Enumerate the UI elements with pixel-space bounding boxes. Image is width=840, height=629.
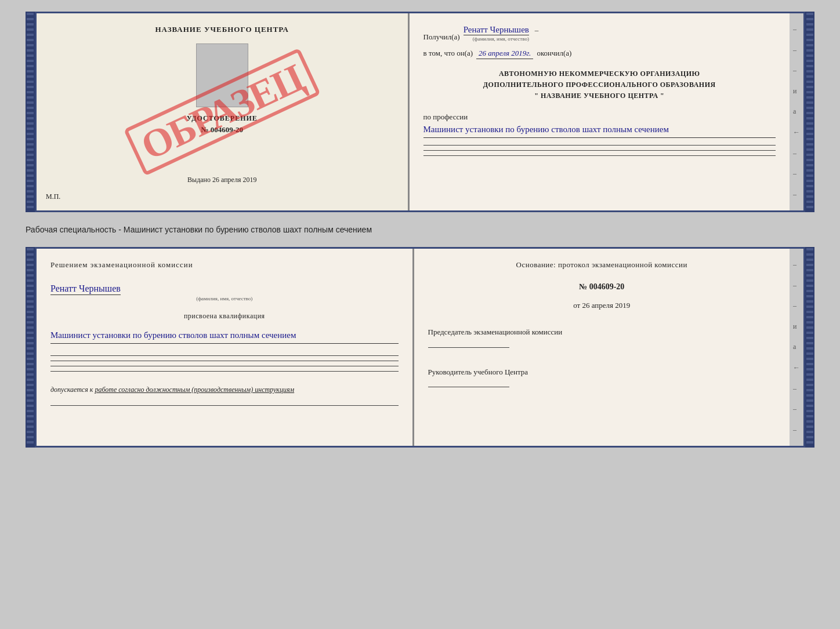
kvali-block: Машинист установки по бурению стволов ша… [50,328,399,344]
top-document-wrapper: НАЗВАНИЕ УЧЕБНОГО ЦЕНТРА УДОСТОВЕРЕНИЕ №… [26,12,814,212]
right-spine-top [805,12,814,212]
protocol-date: от 26 апреля 2019 [428,301,776,310]
mp-label: М.П. [46,192,60,201]
org-line1: АВТОНОМНУЮ НЕКОММЕРЧЕСКУЮ ОРГАНИЗАЦИЮ [423,68,776,79]
fio-value-top: Ренатт Чернышев [464,25,529,35]
vtom-row: в том, что он(а) 26 апреля 2019г. окончи… [423,49,776,59]
bl-hr-4 [50,371,399,372]
vtom-date: 26 апреля 2019г. [476,49,533,59]
cert-number-top: № 004609-20 [201,125,243,134]
right-margin-top: – – – и а ← – – – [790,13,803,210]
rukv-sign-line [428,387,509,387]
left-spine-bottom [26,247,35,448]
fio-block-bottom: Ренатт Чернышев (фамилия, имя, отчество) [50,283,399,301]
prof-block: по профессии Машинист установки по бурен… [423,111,776,138]
org-line2: ДОПОЛНИТЕЛЬНОГО ПРОФЕССИОНАЛЬНОГО ОБРАЗО… [423,79,776,90]
hr-line-2 [423,150,776,151]
vydano-line: Выдано 26 апреля 2019 [187,176,256,184]
protocol-number: № 004609-20 [428,282,776,292]
fio-hint-bottom: (фамилия, имя, отчество) [50,296,399,301]
hr-line-1 [423,145,776,146]
signature-lines-top [423,145,776,156]
rukv-label: Руководитель учебного Центра [428,366,776,378]
bl-hr-3 [50,366,399,366]
org-line3: " НАЗВАНИЕ УЧЕБНОГО ЦЕНТРА " [423,90,776,101]
top-document: НАЗВАНИЕ УЧЕБНОГО ЦЕНТРА УДОСТОВЕРЕНИЕ №… [35,12,805,212]
udost-label: УДОСТОВЕРЕНИЕ [187,114,258,123]
photo-placeholder [196,43,248,107]
dopuskaetsya-value: работе согласно должностным (производств… [95,386,294,394]
fio-block: Ренатт Чернышев – (фамилия, имя, отчеств… [464,25,539,42]
poluchil-row: Получил(а) Ренатт Чернышев – (фамилия, и… [423,25,776,42]
okonchil-label: окончил(а) [537,49,571,58]
bl-hr-2 [50,361,399,361]
top-doc-right: Получил(а) Ренатт Чернышев – (фамилия, и… [410,13,790,210]
specialty-label: Рабочая специальность - Машинист установ… [26,223,814,237]
osnov-title: Основание: протокол экзаменационной коми… [428,260,776,270]
vtom-label: в том, что он(а) [423,49,473,58]
decision-title: Решением экзаменационной комиссии [50,260,399,270]
vydano-date: 26 апреля 2019 [212,176,256,184]
vydano-label: Выдано [187,176,211,184]
bl-hr-1 [50,355,399,356]
bottom-document-wrapper: Решением экзаменационной комиссии Ренатт… [26,247,814,448]
protocol-date-prefix: от [573,301,580,310]
right-spine-bottom [805,247,814,448]
prisvoena-label: присвоена квалификация [50,312,399,321]
fio-value-bottom: Ренатт Чернышев [50,283,121,295]
dopuskaetsya-block: допускается к работе согласно должностны… [50,384,399,395]
chair-label: Председатель экзаменационной комиссии [428,326,776,338]
protocol-date-value: 26 апреля 2019 [582,301,630,310]
po-professii-label: по профессии [423,112,468,121]
bottom-doc-right: Основание: протокол экзаменационной коми… [414,249,790,446]
bl-hr-5 [50,405,399,406]
cert-title: НАЗВАНИЕ УЧЕБНОГО ЦЕНТРА [155,25,289,34]
bottom-document: Решением экзаменационной комиссии Ренатт… [35,247,805,448]
top-doc-left: НАЗВАНИЕ УЧЕБНОГО ЦЕНТРА УДОСТОВЕРЕНИЕ №… [37,13,410,210]
bottom-doc-left: Решением экзаменационной комиссии Ренатт… [37,249,414,446]
kvali-value: Машинист установки по бурению стволов ша… [50,328,399,344]
dopuskaetsya-label: допускается к [50,386,93,394]
bottom-left-lines [50,355,399,372]
fio-hint-top: (фамилия, имя, отчество) [464,36,539,42]
hr-line-3 [423,155,776,156]
right-margin-bottom: – – – и а ← – – – [790,249,803,446]
profession-value-top: Машинист установки по бурению стволов ша… [423,122,776,138]
chair-sign-line [428,347,509,348]
org-block: АВТОНОМНУЮ НЕКОММЕРЧЕСКУЮ ОРГАНИЗАЦИЮ ДО… [423,68,776,102]
poluchil-label: Получил(а) [423,32,460,42]
left-spine-top [26,12,35,212]
